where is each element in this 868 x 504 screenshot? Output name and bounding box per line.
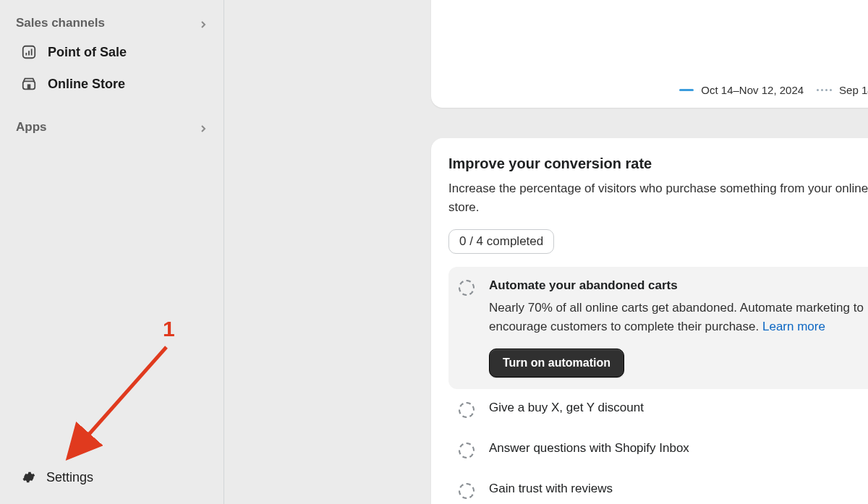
- task-status-circle: [459, 280, 475, 296]
- task-status-circle: [459, 402, 475, 418]
- sales-channels-label: Sales channels: [16, 16, 105, 30]
- conversion-title: Improve your conversion rate: [448, 155, 868, 172]
- sales-channels-header[interactable]: Sales channels: [0, 10, 224, 36]
- legend-label: Oct 14–Nov 12, 2024: [701, 84, 804, 96]
- task-description: Nearly 70% of all online carts get aband…: [489, 299, 868, 337]
- annotation-number: 1: [163, 317, 175, 341]
- pos-icon: [20, 43, 38, 61]
- turn-on-automation-button[interactable]: Turn on automation: [489, 349, 624, 377]
- task-item[interactable]: Automate your abandoned cartsNearly 70% …: [448, 267, 868, 389]
- task-item[interactable]: Gain trust with reviews: [448, 470, 868, 504]
- learn-more-link[interactable]: Learn more: [762, 320, 825, 333]
- sidebar-item-label: Point of Sale: [48, 45, 127, 60]
- task-status-circle: [459, 483, 475, 499]
- task-title: Automate your abandoned carts: [489, 278, 868, 293]
- sidebar: Sales channels Point of Sale Online Stor…: [0, 0, 224, 504]
- sidebar-item-online-store[interactable]: Online Store: [0, 68, 224, 100]
- settings-link[interactable]: Settings: [0, 462, 224, 492]
- progress-pill: 0 / 4 completed: [448, 229, 554, 254]
- conversion-card: Improve your conversion rate Increase th…: [431, 138, 868, 504]
- legend-item-compare: Sep 14–: [817, 84, 868, 96]
- task-item[interactable]: Give a buy X, get Y discount: [448, 389, 868, 430]
- chart-legend: Oct 14–Nov 12, 2024 Sep 14–: [448, 84, 868, 96]
- apps-label: Apps: [16, 120, 47, 134]
- chevron-right-icon: [199, 19, 208, 27]
- chevron-right-icon: [199, 123, 208, 132]
- settings-label: Settings: [46, 470, 93, 485]
- task-title: Gain trust with reviews: [489, 482, 868, 496]
- sidebar-item-point-of-sale[interactable]: Point of Sale: [0, 36, 224, 68]
- store-icon: [20, 75, 38, 93]
- task-item[interactable]: Answer questions with Shopify Inbox: [448, 430, 868, 470]
- sidebar-item-label: Online Store: [48, 77, 125, 92]
- chart-lines: [451, 0, 868, 7]
- task-status-circle: [459, 443, 475, 458]
- chart-card: 0 Oct 14Oct 17Oct 20Oct 23Oct 26Oct 29 O…: [431, 0, 868, 108]
- svg-rect-2: [27, 85, 30, 89]
- legend-swatch-solid: [679, 89, 694, 91]
- task-title: Answer questions with Shopify Inbox: [489, 441, 868, 456]
- legend-label: Sep 14–: [839, 84, 868, 96]
- svg-line-3: [75, 347, 166, 450]
- legend-item-current: Oct 14–Nov 12, 2024: [679, 84, 804, 96]
- task-title: Give a buy X, get Y discount: [489, 401, 868, 415]
- conversion-subtitle: Increase the percentage of visitors who …: [448, 179, 868, 216]
- apps-header[interactable]: Apps: [0, 114, 224, 140]
- legend-swatch-dotted: [817, 89, 832, 91]
- gear-icon: [20, 469, 36, 485]
- main-content: 0 Oct 14Oct 17Oct 20Oct 23Oct 26Oct 29 O…: [224, 0, 868, 504]
